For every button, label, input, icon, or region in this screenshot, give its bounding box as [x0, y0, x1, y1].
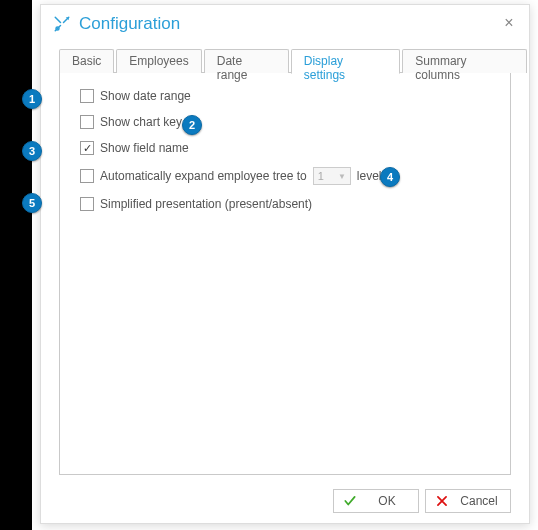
cancel-icon	[434, 494, 450, 508]
checkbox-show-date-range[interactable]	[80, 89, 94, 103]
label-simplified: Simplified presentation (present/absent)	[100, 197, 312, 211]
checkbox-show-field-name[interactable]	[80, 141, 94, 155]
checkbox-auto-expand[interactable]	[80, 169, 94, 183]
label-auto-expand-suffix: level	[357, 169, 382, 183]
checkbox-simplified[interactable]	[80, 197, 94, 211]
callout-5: 5	[22, 193, 42, 213]
tools-icon	[53, 15, 71, 33]
label-show-date-range: Show date range	[100, 89, 191, 103]
level-select[interactable]: 1 ▼	[313, 167, 351, 185]
tabs-row: Basic Employees Date range Display setti…	[41, 47, 529, 73]
left-black-strip	[0, 0, 32, 530]
tab-content: Show date range Show chart key Show fiel…	[59, 73, 511, 475]
label-auto-expand-prefix: Automatically expand employee tree to	[100, 169, 307, 183]
label-show-field-name: Show field name	[100, 141, 189, 155]
option-simplified: Simplified presentation (present/absent)	[80, 197, 490, 211]
callout-2: 2	[182, 115, 202, 135]
check-icon	[342, 494, 358, 508]
configuration-dialog: Configuration × Basic Employees Date ran…	[40, 4, 530, 524]
tab-summary-columns[interactable]: Summary columns	[402, 49, 527, 73]
dialog-title: Configuration	[79, 14, 499, 34]
option-show-field-name: Show field name	[80, 141, 490, 155]
tab-display-settings[interactable]: Display settings	[291, 49, 401, 74]
ok-label: OK	[364, 494, 410, 508]
callout-3: 3	[22, 141, 42, 161]
tab-basic[interactable]: Basic	[59, 49, 114, 73]
callout-1: 1	[22, 89, 42, 109]
checkbox-show-chart-key[interactable]	[80, 115, 94, 129]
cancel-button[interactable]: Cancel	[425, 489, 511, 513]
button-row: OK Cancel	[41, 483, 529, 523]
chevron-down-icon: ▼	[338, 172, 346, 181]
tab-employees[interactable]: Employees	[116, 49, 201, 73]
dialog-header: Configuration ×	[41, 5, 529, 41]
close-icon[interactable]: ×	[499, 14, 519, 34]
tab-date-range[interactable]: Date range	[204, 49, 289, 73]
label-show-chart-key: Show chart key	[100, 115, 182, 129]
ok-button[interactable]: OK	[333, 489, 419, 513]
cancel-label: Cancel	[456, 494, 502, 508]
option-show-chart-key: Show chart key	[80, 115, 490, 129]
option-show-date-range: Show date range	[80, 89, 490, 103]
callout-4: 4	[380, 167, 400, 187]
level-value: 1	[318, 170, 324, 182]
option-auto-expand: Automatically expand employee tree to 1 …	[80, 167, 490, 185]
